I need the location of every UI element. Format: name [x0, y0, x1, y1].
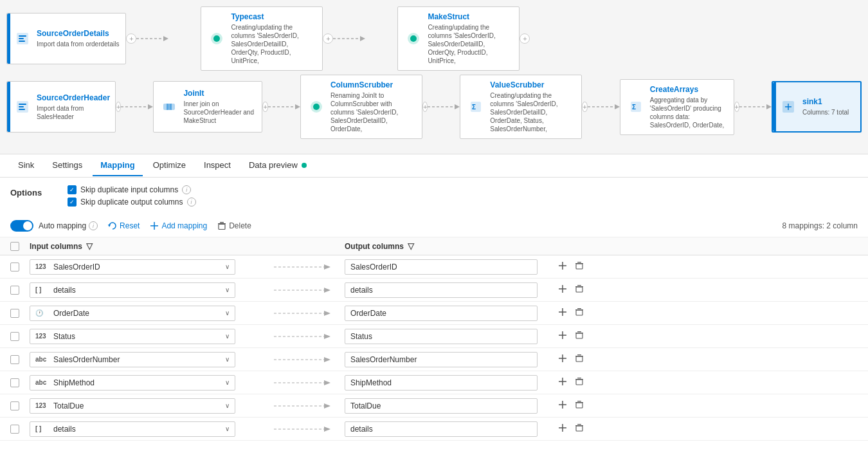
- svg-rect-55: [576, 287, 583, 292]
- node-sink1[interactable]: sink1 Columns: 7 total: [772, 81, 862, 133]
- node-make-struct[interactable]: MakeStruct Creating/updating the columns…: [397, 6, 520, 71]
- tab-mapping[interactable]: Mapping: [93, 155, 142, 176]
- tab-data-preview[interactable]: Data preview: [241, 155, 314, 176]
- output-input-3[interactable]: [345, 306, 538, 321]
- dropdown-caret-7[interactable]: ∨: [225, 402, 230, 409]
- add-after-value-scrubber[interactable]: +: [582, 102, 587, 112]
- add-row-btn-8[interactable]: [557, 422, 568, 436]
- dropdown-caret-5[interactable]: ∨: [225, 356, 230, 363]
- node-title-create-arrays: CreateArrays: [650, 85, 727, 94]
- delete-row-btn-2[interactable]: [574, 283, 585, 297]
- add-after-column-scrubber[interactable]: +: [422, 102, 428, 112]
- reset-button[interactable]: Reset: [108, 221, 140, 230]
- input-select-2[interactable]: [ ] details ∨: [30, 282, 235, 298]
- skip-output-label: Skip duplicate output columns: [80, 198, 183, 207]
- add-row-btn-2[interactable]: [557, 283, 568, 297]
- input-select-6[interactable]: abc ShipMethod ∨: [30, 375, 235, 391]
- add-row-btn-3[interactable]: [557, 306, 568, 320]
- svg-marker-36: [108, 225, 111, 227]
- row-checkbox-7[interactable]: [10, 401, 19, 410]
- node-source-order-header[interactable]: SourceOrderHeader Import data from Sales…: [6, 81, 116, 133]
- input-select-8[interactable]: [ ] details ∨: [30, 421, 235, 437]
- row-checkbox-1[interactable]: [10, 262, 19, 271]
- add-after-source-header[interactable]: +: [116, 102, 121, 112]
- tab-inspect[interactable]: Inspect: [196, 155, 239, 176]
- tab-optimize[interactable]: Optimize: [145, 155, 194, 176]
- input-select-4[interactable]: 123 Status ∨: [30, 329, 235, 344]
- row-checkbox-4[interactable]: [10, 332, 19, 341]
- auto-mapping-toggle[interactable]: [10, 220, 33, 232]
- delete-row-btn-7[interactable]: [574, 399, 585, 412]
- node-typecast[interactable]: Typecast Creating/updating the columns '…: [201, 6, 323, 71]
- add-mapping-button[interactable]: Add mapping: [150, 221, 207, 230]
- tab-settings[interactable]: Settings: [44, 155, 90, 176]
- add-after-typecast[interactable]: +: [323, 33, 333, 44]
- node-icon-column-scrubber: [307, 98, 325, 116]
- node-title-join-it: JoinIt: [183, 89, 255, 98]
- node-desc-sink1: Columns: 7 total: [802, 108, 854, 116]
- output-filter-icon[interactable]: ▽: [408, 241, 414, 251]
- add-after-create-arrays[interactable]: +: [734, 102, 739, 112]
- dropdown-caret-2[interactable]: ∨: [225, 286, 230, 293]
- input-select-5[interactable]: abc SalesOrderNumber ∨: [30, 352, 235, 367]
- delete-row-btn-1[interactable]: [574, 260, 585, 273]
- svg-point-7: [213, 35, 220, 42]
- add-after-make-struct[interactable]: +: [520, 33, 530, 44]
- tab-sink[interactable]: Sink: [10, 155, 42, 176]
- node-create-arrays[interactable]: Σ CreateArrays Aggregating data by 'Sale…: [620, 79, 734, 135]
- skip-input-checkbox[interactable]: ✓: [68, 185, 77, 194]
- row-checkbox-3[interactable]: [10, 309, 19, 318]
- row-checkbox-5[interactable]: [10, 355, 19, 364]
- row-checkbox-2[interactable]: [10, 286, 19, 295]
- output-input-5[interactable]: [345, 352, 538, 367]
- output-input-7[interactable]: [345, 398, 538, 414]
- delete-row-btn-8[interactable]: [574, 422, 585, 436]
- output-input-2[interactable]: [345, 282, 538, 298]
- input-filter-icon[interactable]: ▽: [86, 241, 93, 251]
- node-value-scrubber[interactable]: Σ ValueScrubber Creating/updating the co…: [460, 75, 582, 139]
- node-source-order-details[interactable]: SourceOrderDetails Import data from orde…: [6, 13, 126, 64]
- svg-rect-41: [219, 225, 225, 230]
- dropdown-caret-4[interactable]: ∨: [225, 333, 230, 340]
- dropdown-caret-8[interactable]: ∨: [225, 425, 230, 432]
- skip-input-info[interactable]: i: [182, 185, 191, 194]
- input-select-7[interactable]: 123 TotalDue ∨: [30, 398, 235, 414]
- skip-output-info[interactable]: i: [187, 198, 196, 207]
- type-icon-1: 123: [35, 263, 50, 270]
- output-input-4[interactable]: [345, 329, 538, 344]
- add-after-source-details[interactable]: +: [126, 33, 136, 44]
- add-row-btn-1[interactable]: [557, 260, 568, 273]
- delete-button[interactable]: Delete: [217, 221, 251, 230]
- arrow-h3-h4: [428, 102, 460, 112]
- add-row-btn-5[interactable]: [557, 353, 568, 366]
- dropdown-caret-3[interactable]: ∨: [225, 309, 230, 317]
- node-icon-join-it: [160, 98, 178, 116]
- output-input-6[interactable]: [345, 375, 538, 391]
- svg-rect-68: [577, 331, 581, 332]
- input-select-1[interactable]: 123 SalesOrderID ∨: [30, 259, 235, 275]
- input-select-3[interactable]: 🕐 OrderDate ∨: [30, 306, 235, 321]
- svg-marker-17: [148, 104, 153, 109]
- add-row-btn-7[interactable]: [557, 399, 568, 412]
- table-row: [ ] details ∨: [0, 418, 868, 441]
- select-all-checkbox[interactable]: [10, 242, 19, 251]
- output-input-1[interactable]: [345, 259, 538, 275]
- dropdown-caret-1[interactable]: ∨: [225, 263, 230, 270]
- add-after-join-it[interactable]: +: [262, 102, 267, 112]
- delete-row-btn-6[interactable]: [574, 376, 585, 389]
- node-column-scrubber[interactable]: ColumnScrubber Renaming JoinIt to Column…: [300, 75, 422, 139]
- dropdown-caret-6[interactable]: ∨: [225, 379, 230, 386]
- delete-row-btn-5[interactable]: [574, 353, 585, 366]
- row-checkbox-8[interactable]: [10, 425, 19, 434]
- delete-row-btn-3[interactable]: [574, 306, 585, 320]
- row-checkbox-6[interactable]: [10, 378, 19, 387]
- tabs-bar: Sink Settings Mapping Optimize Inspect D…: [0, 154, 868, 178]
- add-row-btn-4[interactable]: [557, 329, 568, 343]
- node-join-it[interactable]: JoinIt Inner join on SourceOrderHeader a…: [153, 81, 262, 133]
- auto-mapping-info[interactable]: i: [89, 221, 98, 230]
- input-name-2: details: [53, 286, 221, 295]
- delete-row-btn-4[interactable]: [574, 329, 585, 343]
- skip-output-checkbox[interactable]: ✓: [68, 198, 77, 207]
- output-input-8[interactable]: [345, 421, 538, 437]
- add-row-btn-6[interactable]: [557, 376, 568, 389]
